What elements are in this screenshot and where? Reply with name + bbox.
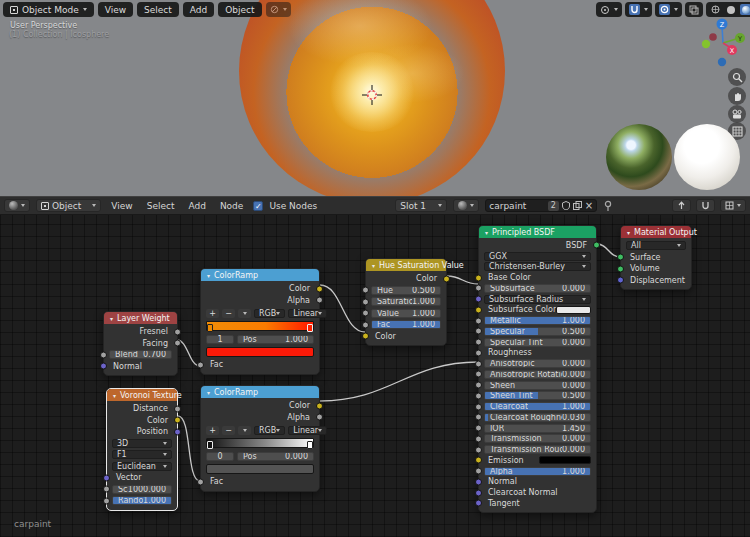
copy-icon[interactable] <box>573 201 582 210</box>
input-socket-clearcoat-roughness[interactable] <box>475 414 482 421</box>
slider-randomne[interactable]: Randomne1.000 <box>112 496 172 505</box>
node-material-output[interactable]: ▾ Material Output AllSurfaceVolumeDispla… <box>620 225 692 290</box>
output-socket-bsdf[interactable] <box>593 242 600 249</box>
dropdown-3d[interactable]: 3D <box>112 439 172 448</box>
gizmo-neg-z-axis[interactable] <box>718 58 726 66</box>
stop-position-slider[interactable]: Pos 0.000 <box>237 452 314 461</box>
stop-index-field[interactable]: 0 <box>206 452 234 461</box>
slider-blend[interactable]: Blend0.700 <box>109 350 172 359</box>
dropdown-euclidean[interactable]: Euclidean <box>112 462 172 471</box>
snap-dropdown[interactable] <box>625 2 652 17</box>
browse-material-button[interactable] <box>453 199 479 212</box>
shader-type-dropdown[interactable]: Object <box>36 199 101 212</box>
unlink-button[interactable]: × <box>585 201 593 211</box>
use-nodes-checkbox[interactable]: ✓ <box>253 201 263 211</box>
menu-object[interactable]: Object <box>218 2 261 17</box>
slider-anisotropic-rotation[interactable]: Anisotropic Rotation0.000 <box>484 370 591 379</box>
material-name-field[interactable]: carpaint 2 × <box>485 199 597 212</box>
input-socket-specular[interactable] <box>475 328 482 335</box>
input-socket-base-color[interactable] <box>475 274 482 281</box>
node-header[interactable]: ▾ ColorRamp <box>201 269 319 281</box>
color-swatch-subsurface-color[interactable] <box>556 306 591 314</box>
input-socket-transmission-roughness[interactable] <box>475 446 482 453</box>
input-socket-value[interactable] <box>362 310 369 317</box>
slider-ior[interactable]: IOR1.450 <box>484 424 591 433</box>
collapse-icon[interactable]: ▾ <box>207 389 210 396</box>
output-socket-alpha[interactable] <box>316 414 323 421</box>
node-header[interactable]: ▾ Material Output <box>621 226 691 238</box>
slider-anisotropic[interactable]: Anisotropic0.000 <box>484 359 591 368</box>
ramp-stop[interactable] <box>307 441 313 449</box>
slider-sheen-tint[interactable]: Sheen Tint0.500 <box>484 391 591 400</box>
input-socket-anisotropic[interactable] <box>475 360 482 367</box>
xray-toggle[interactable] <box>685 2 703 17</box>
dropdown-ggx[interactable]: GGX <box>484 252 591 261</box>
stop-color-swatch[interactable] <box>206 347 314 357</box>
collapse-icon[interactable]: ▾ <box>372 262 375 269</box>
material-slot-dropdown[interactable]: Slot 1 <box>395 199 447 212</box>
input-socket-clearcoat-normal[interactable] <box>475 489 482 496</box>
slider-specular[interactable]: Specular0.500 <box>484 327 591 336</box>
ramp-stop-selected[interactable] <box>207 441 213 449</box>
color-mode-dropdown[interactable]: RGB <box>254 309 285 318</box>
slider-hue[interactable]: Hue0.500 <box>371 286 441 295</box>
dropdown-f1[interactable]: F1 <box>112 450 172 459</box>
output-socket-color[interactable] <box>316 402 323 409</box>
remove-stop-button[interactable]: − <box>222 426 235 435</box>
ramp-stop-selected[interactable] <box>307 324 313 332</box>
add-stop-button[interactable]: + <box>206 309 219 318</box>
slider-scale[interactable]: Scale1000.000 <box>112 485 172 494</box>
interpolation-dropdown[interactable]: Linear <box>288 426 327 435</box>
output-socket-color[interactable] <box>316 285 323 292</box>
input-socket-surface[interactable] <box>617 254 624 261</box>
camera-view-button[interactable] <box>728 105 746 123</box>
input-socket-color[interactable] <box>362 333 369 340</box>
proportional-edit-icon[interactable] <box>659 4 670 15</box>
slider-subsurface[interactable]: Subsurface0.000 <box>484 284 591 293</box>
color-ramp-gradient[interactable] <box>206 321 314 331</box>
mode-dropdown[interactable]: Object Mode <box>3 2 94 17</box>
node-principled-bsdf[interactable]: ▾ Principled BSDF BSDFGGXChristensen-Bur… <box>478 225 597 513</box>
pivot-point-dropdown[interactable] <box>596 2 622 17</box>
node-layer-weight[interactable]: ▾ Layer Weight FresnelFacingBlend0.700No… <box>103 311 178 376</box>
dropdown-christensen-burley[interactable]: Christensen-Burley <box>484 262 591 271</box>
slider-fac[interactable]: Fac1.000 <box>371 320 441 329</box>
collapse-icon[interactable]: ▾ <box>207 272 210 279</box>
gizmo-neg-x-axis[interactable] <box>709 33 717 41</box>
overlays-dropdown[interactable] <box>720 199 746 212</box>
color-mode-dropdown[interactable]: RGB <box>254 426 285 435</box>
node-colorramp-2[interactable]: ▾ ColorRamp ColorAlpha + − RGB Linear 0 … <box>200 385 320 492</box>
input-socket-subsurface-radius[interactable] <box>475 296 482 303</box>
input-socket-emission[interactable] <box>475 457 482 464</box>
node-header[interactable]: ▾ Voronoi Texture <box>107 389 177 401</box>
zoom-button[interactable] <box>728 68 746 86</box>
color-ramp-gradient[interactable] <box>206 438 314 448</box>
add-stop-button[interactable]: + <box>206 426 219 435</box>
shading-solid-icon[interactable] <box>725 4 736 15</box>
viewport-3d[interactable]: Object Mode View Select Add Object User … <box>0 0 750 196</box>
remove-stop-button[interactable]: − <box>222 309 235 318</box>
stop-position-slider[interactable]: Pos 1.000 <box>237 335 314 344</box>
node-header[interactable]: ▾ Layer Weight <box>104 312 177 324</box>
input-socket-normal[interactable] <box>100 363 107 370</box>
input-socket-roughness[interactable] <box>475 349 482 356</box>
node-editor-canvas[interactable]: ▾ Layer Weight FresnelFacingBlend0.700No… <box>0 215 750 537</box>
ramp-options-button[interactable] <box>238 426 251 435</box>
input-socket-anisotropic-rotation[interactable] <box>475 371 482 378</box>
input-socket-volume[interactable] <box>617 265 624 272</box>
go-to-parent-button[interactable] <box>672 199 691 212</box>
output-socket-alpha[interactable] <box>316 297 323 304</box>
node-hue-saturation-value[interactable]: ▾ Hue Saturation Value ColorHue0.500Satu… <box>365 258 447 346</box>
slider-value[interactable]: Value1.000 <box>371 309 441 318</box>
slider-clearcoat-roughness[interactable]: Clearcoat Roughness0.030 <box>484 413 591 422</box>
input-socket-fac[interactable] <box>197 361 204 368</box>
input-socket-fac[interactable] <box>197 478 204 485</box>
input-socket-randomne[interactable] <box>103 497 110 504</box>
output-socket-color[interactable] <box>174 417 181 424</box>
menu-add[interactable]: Add <box>183 2 214 17</box>
pan-button[interactable] <box>728 87 746 105</box>
stop-index-field[interactable]: 1 <box>206 335 234 344</box>
input-socket-saturation[interactable] <box>362 298 369 305</box>
input-socket-clearcoat[interactable] <box>475 403 482 410</box>
menu-view[interactable]: View <box>98 2 133 17</box>
